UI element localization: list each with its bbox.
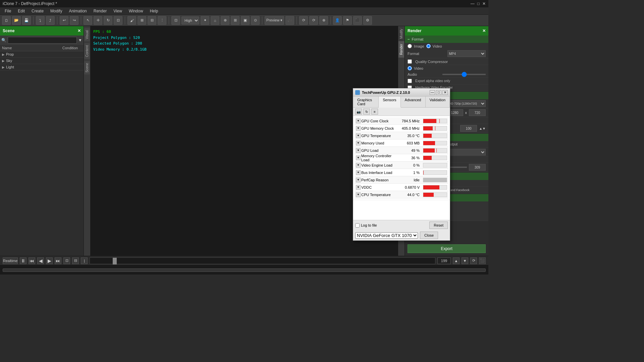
cam-btn[interactable]: ⊞ — [231, 16, 239, 25]
next-frame-btn[interactable]: ▶ — [46, 257, 53, 264]
image-radio[interactable] — [408, 44, 412, 48]
tree-item-light[interactable]: ▶ Light — [0, 64, 84, 70]
export-btn[interactable]: ⤴ — [46, 16, 55, 25]
cam2-btn[interactable]: ▣ — [241, 16, 250, 25]
fx3-btn[interactable]: ⊕ — [319, 16, 328, 25]
search-options-icon[interactable]: ▼ — [78, 38, 82, 43]
redo-btn[interactable]: ↪ — [70, 16, 78, 25]
output-height-input[interactable] — [469, 109, 486, 116]
gpuz-reset-btn[interactable]: Reset — [429, 222, 448, 229]
gpuz-menu-btn[interactable]: ≡ — [371, 109, 378, 115]
gpuz-tab-graphics-card[interactable]: Graphics Card — [353, 97, 379, 107]
audio-slider[interactable] — [442, 74, 486, 75]
convergence-value[interactable] — [469, 164, 486, 171]
paint-btn[interactable]: 🖌 — [127, 16, 136, 25]
post-btn[interactable]: ⊕ — [221, 16, 229, 25]
record-btn[interactable]: ⬛ — [353, 16, 362, 25]
gpu-select[interactable]: NVIDIA GeForce GTX 1070 — [355, 232, 418, 239]
fx-btn[interactable]: ⟳ — [299, 16, 308, 25]
realtime-button[interactable]: Realtime — [3, 257, 18, 264]
undo-btn[interactable]: ↩ — [60, 16, 68, 25]
search-input[interactable] — [8, 37, 77, 44]
menu-create[interactable]: Create — [28, 8, 47, 14]
grid-btn[interactable]: ⋮ — [158, 16, 166, 25]
snap-btn[interactable]: ⊟ — [148, 16, 156, 25]
vtab-scene[interactable]: Scene — [84, 61, 90, 74]
sky-btn[interactable]: ⌂ — [211, 16, 219, 25]
cpu-temp-dropdown[interactable]: ▼ — [356, 192, 361, 197]
pixel-aspect-input[interactable] — [460, 125, 477, 132]
menu-window[interactable]: Window — [125, 8, 147, 14]
gpuz-tab-sensors[interactable]: Sensors — [379, 97, 400, 108]
char-btn[interactable]: 👤 — [333, 16, 342, 25]
light-btn[interactable]: ✦ — [201, 16, 209, 25]
import-btn[interactable]: ⤵ — [36, 16, 45, 25]
export-button[interactable]: Export — [408, 244, 486, 253]
tools-btn[interactable]: ⚙ — [363, 16, 372, 25]
quality-compressor-checkbox[interactable] — [408, 59, 412, 64]
bus-interface-dropdown[interactable]: ▼ — [356, 170, 361, 175]
scene-close-icon[interactable]: ✕ — [77, 28, 81, 33]
memory-used-dropdown[interactable]: ▼ — [356, 141, 361, 145]
render-close-icon[interactable]: ✕ — [482, 28, 486, 33]
menu-render[interactable]: Render — [90, 8, 110, 14]
menu-help[interactable]: Help — [147, 8, 162, 14]
frame-step-down[interactable]: ▼ — [462, 257, 468, 264]
gpu-load-dropdown[interactable]: ▼ — [356, 148, 361, 153]
align-btn[interactable]: ⊞ — [138, 16, 146, 25]
timeline-area[interactable] — [90, 257, 435, 264]
gpu-memory-clock-dropdown[interactable]: ▼ — [356, 126, 361, 131]
layout-btn[interactable]: ⊡ — [63, 257, 70, 264]
tree-item-prop[interactable]: ▶ Prop — [0, 51, 84, 58]
perfcap-dropdown[interactable]: ▼ — [356, 178, 361, 182]
gpuz-refresh-btn[interactable]: ↻ — [363, 109, 370, 115]
cam3-btn[interactable]: ⊙ — [251, 16, 260, 25]
gpuz-tab-validation[interactable]: Validation — [426, 97, 450, 107]
close-button[interactable]: ✕ — [482, 1, 486, 6]
gpuz-close-btn[interactable]: Close — [420, 232, 438, 239]
video-type-radio[interactable] — [408, 66, 412, 70]
preview-btn[interactable]: Preview ▾ — [265, 16, 284, 25]
vtab-modify[interactable]: Modify — [398, 26, 404, 41]
play-options-btn[interactable]: ⟳ — [470, 257, 477, 264]
new-btn[interactable]: 🗋 — [2, 16, 11, 25]
format-dropdown[interactable]: MP4 — [447, 50, 486, 57]
statusbar-scrollbar[interactable] — [3, 268, 486, 272]
scale-btn[interactable]: ⊡ — [114, 16, 122, 25]
format-section-header[interactable]: Format — [405, 36, 488, 43]
gpuz-screenshot-btn[interactable]: 📷 — [355, 109, 362, 115]
log-to-file-checkbox[interactable] — [355, 223, 360, 228]
select-btn[interactable]: ↖ — [84, 16, 92, 25]
screen-btn[interactable]: ⊡ — [171, 16, 180, 25]
prev-frame-btn[interactable]: ◀ — [37, 257, 44, 264]
gpuz-minimize[interactable]: — — [430, 90, 435, 95]
tree-item-sky[interactable]: ▶ Sky — [0, 58, 84, 64]
fx2-btn[interactable]: ⟳ — [309, 16, 318, 25]
goto-end-btn[interactable]: ⏭ — [55, 257, 61, 264]
pixel-aspect-stepper[interactable]: ▲▼ — [479, 127, 486, 130]
gpu-core-clock-dropdown[interactable]: ▼ — [356, 119, 361, 123]
record-btn[interactable]: ⬛ — [479, 257, 486, 264]
quality-dropdown[interactable]: High — [181, 16, 199, 24]
vtab-render[interactable]: Render — [398, 41, 404, 58]
menu-file[interactable]: File — [1, 8, 14, 14]
goto-start-btn[interactable]: ⏮ — [29, 257, 35, 264]
maximize-button[interactable]: □ — [477, 1, 480, 6]
gpuz-tab-advanced[interactable]: Advanced — [401, 97, 426, 107]
video-engine-dropdown[interactable]: ▼ — [356, 163, 361, 168]
menu-modify[interactable]: Modify — [47, 8, 65, 14]
menu-view[interactable]: View — [110, 8, 125, 14]
save-btn[interactable]: 💾 — [22, 16, 31, 25]
mem-ctrl-load-dropdown[interactable]: ▼ — [356, 156, 361, 160]
dialog-btn[interactable]: ⊟ — [72, 257, 79, 264]
move-btn[interactable]: ✛ — [94, 16, 102, 25]
timeline-thumb[interactable] — [113, 258, 117, 264]
flag-btn[interactable]: ⚑ — [343, 16, 352, 25]
vtab-visual[interactable]: Visual — [84, 28, 90, 41]
frame-size-dropdown[interactable]: HD 720p (1280x720) — [447, 100, 486, 107]
gpuz-maximize[interactable]: □ — [436, 90, 441, 95]
frame-input[interactable] — [437, 257, 451, 264]
marker-btn[interactable]: | — [81, 257, 88, 264]
minimize-button[interactable]: — — [471, 1, 475, 6]
gpuz-close[interactable]: ✕ — [442, 90, 448, 95]
